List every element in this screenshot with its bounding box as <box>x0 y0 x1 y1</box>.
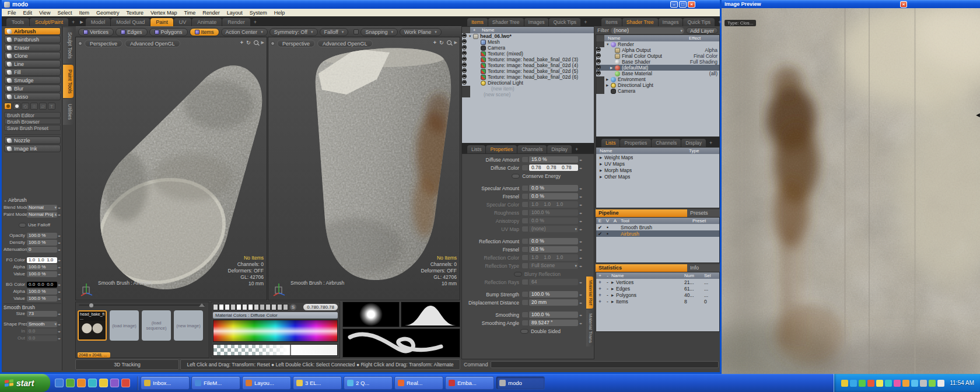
extra-tool-button[interactable]: Nozzle <box>4 136 61 144</box>
filter-dropdown[interactable]: (none) <box>611 27 684 34</box>
reset-button[interactable] <box>522 194 528 199</box>
color-swatch[interactable] <box>260 304 265 310</box>
scene-item-row[interactable]: Texture: Image: head_bake_final_02d (6) <box>462 74 594 80</box>
brush-link-button[interactable]: Save Brush Preset <box>4 125 61 131</box>
visibility-eye-icon[interactable] <box>596 76 604 82</box>
spinner[interactable]: ◂▸ <box>57 213 61 216</box>
menu-item[interactable]: Texture <box>123 10 147 16</box>
panel-tab[interactable]: Quick Tips <box>549 18 580 26</box>
expand-arrow-icon[interactable]: ▶ <box>606 83 611 87</box>
select-remove-column-header[interactable]: - <box>604 273 611 278</box>
property-field[interactable]: 100.0 % <box>27 264 57 270</box>
camera-type-button[interactable]: Perspective <box>85 40 123 47</box>
tool-pipeline-row[interactable]: ✔ • Airbrush <box>596 230 719 237</box>
enable-check-icon[interactable]: ✔ <box>596 225 604 230</box>
tray-icon[interactable] <box>841 380 848 387</box>
tray-icon[interactable] <box>867 380 874 387</box>
menu-item[interactable]: Vertex Map <box>147 10 181 16</box>
tool-pipeline-row[interactable]: ✔ • Smooth Brush <box>596 224 719 230</box>
reset-button[interactable] <box>522 300 528 305</box>
statistics-header[interactable]: Statistics <box>596 264 687 272</box>
color-swatch[interactable] <box>219 304 224 310</box>
checkbox[interactable] <box>514 272 522 276</box>
brush-link-button[interactable]: Brush Browser <box>4 118 61 124</box>
scene-item-row[interactable]: (new item) <box>462 86 594 92</box>
expand-arrow-icon[interactable]: ▼ <box>468 34 473 38</box>
snapping-checkbox[interactable] <box>354 29 359 34</box>
add-panel-tab-button[interactable]: + <box>706 139 715 147</box>
reset-button[interactable] <box>522 255 528 260</box>
scene-item-row[interactable]: Camera <box>462 45 594 51</box>
close-button[interactable]: × <box>688 1 695 8</box>
paint-tool-button[interactable]: Clone <box>4 52 61 60</box>
menu-item[interactable]: Edit <box>20 10 36 16</box>
brush-tip-poly-icon[interactable]: ▱ <box>39 103 47 110</box>
layer-effect[interactable]: Full Shading <box>690 59 719 65</box>
image-placeholder-button[interactable]: (load image) <box>110 310 139 341</box>
tray-icon[interactable] <box>859 380 866 387</box>
expand-arrow-icon[interactable]: ▶ <box>611 287 616 290</box>
thumbnail-size-slider[interactable] <box>79 304 205 308</box>
viewport-left[interactable]: Perspective Advanced OpenGL + ↻ ▶ No Ite… <box>75 37 267 300</box>
color-swatch[interactable] <box>242 304 247 310</box>
vertex-map-list-row[interactable]: ▶ Other Maps <box>596 173 719 180</box>
slider-handle[interactable] <box>89 303 93 307</box>
spinner[interactable]: ◂▸ <box>57 272 61 276</box>
snapping-dropdown[interactable]: Snapping <box>360 28 398 36</box>
tray-icon[interactable] <box>920 380 927 387</box>
property-field[interactable]: 73 <box>27 311 57 317</box>
display-mode-button[interactable]: Advanced OpenGL <box>125 40 180 47</box>
statistics-row[interactable]: + - ▶Vertices 21... ... <box>596 279 719 285</box>
tool-properties-title[interactable]: Airbrush <box>5 197 61 203</box>
color-swatch[interactable] <box>213 304 218 310</box>
menu-item[interactable]: Item <box>75 10 93 16</box>
select-add-button[interactable]: + <box>596 299 604 304</box>
reset-button[interactable] <box>522 292 528 297</box>
property-field[interactable]: Normal <box>27 205 57 211</box>
property-field[interactable]: 0.0 % <box>529 218 578 224</box>
rotate-icon[interactable]: ↻ <box>246 40 251 46</box>
paint-tool-button[interactable]: Fill <box>4 68 61 76</box>
panel-tab[interactable]: Display <box>547 145 572 153</box>
viewport-menu-arrow-icon[interactable]: ▶ <box>454 40 457 45</box>
property-field[interactable]: Normal Proj ... <box>27 212 57 218</box>
spinner[interactable]: ◂▸ <box>57 297 61 300</box>
layout-tab[interactable]: Animate <box>192 18 222 26</box>
layout-tab[interactable]: Model Quad <box>111 18 150 26</box>
property-field[interactable]: 0.0 0.0 0.0 <box>27 282 57 288</box>
paint-tool-button[interactable]: Lasso <box>4 93 61 100</box>
paint-tool-button[interactable]: Airbrush <box>4 27 61 35</box>
brush-tip-preview[interactable] <box>342 302 400 327</box>
camera-type-button[interactable]: Perspective <box>277 40 315 47</box>
reset-button[interactable] <box>522 320 528 326</box>
spinner[interactable]: ◂▸ <box>57 330 61 333</box>
visibility-eye-icon[interactable] <box>462 80 467 85</box>
scene-item-row[interactable]: (new scene) <box>462 92 594 97</box>
visible-dot-icon[interactable]: • <box>604 231 611 237</box>
display-mode-button[interactable]: Advanced OpenGL <box>317 40 373 47</box>
spinner[interactable]: ◂▸ <box>57 258 61 262</box>
panel-tab[interactable]: Shader Tree <box>622 18 658 26</box>
menu-item[interactable]: Render <box>199 10 223 16</box>
active-column-header[interactable]: A <box>611 218 619 223</box>
select-add-column-header[interactable]: + <box>596 273 604 278</box>
color-swatch[interactable] <box>277 304 282 310</box>
property-field[interactable]: 0.0 % <box>529 238 578 244</box>
task-button[interactable]: modo <box>496 376 545 390</box>
panel-tab[interactable]: Shader Tree <box>488 18 524 26</box>
brush-tip-star-icon[interactable]: ☆ <box>30 103 38 110</box>
property-field[interactable]: 1.0 1.0 1.0 <box>529 254 578 261</box>
panel-tab[interactable]: Channels <box>652 139 681 147</box>
color-swatch[interactable] <box>283 304 288 310</box>
tool-column-header[interactable]: Tool <box>619 218 692 223</box>
property-field[interactable]: 100.0 % <box>529 209 578 216</box>
panel-tab[interactable]: Lists <box>601 139 620 147</box>
material-vertical-tab[interactable]: Material Ref <box>586 276 593 309</box>
layout-tab[interactable]: UV <box>174 18 192 26</box>
image-thumbnail-selected[interactable]: head_bake_fi ... <box>78 310 107 341</box>
selection-mode-button[interactable]: Items <box>190 28 219 36</box>
property-field[interactable]: 100.0 % <box>27 240 57 246</box>
swatch-store-button[interactable]: S <box>290 304 296 310</box>
property-field[interactable]: (none) <box>529 226 578 232</box>
checkbox[interactable] <box>19 223 26 228</box>
